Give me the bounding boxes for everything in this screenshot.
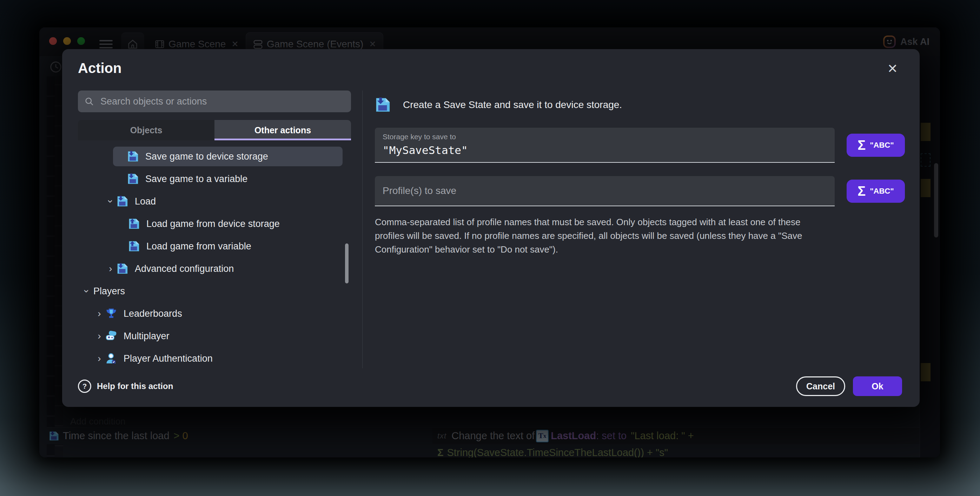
tree-item-load-game-device[interactable]: Load game from device storage bbox=[78, 212, 351, 235]
tree-group-multiplayer[interactable]: › Multiplayer bbox=[78, 325, 351, 347]
storage-key-expression-button[interactable]: Σ "ABC" bbox=[846, 134, 905, 157]
profiles-expression-button[interactable]: Σ "ABC" bbox=[846, 180, 905, 203]
dialog-title: Action bbox=[78, 60, 121, 76]
chevron-down-icon[interactable]: › bbox=[82, 287, 92, 296]
actions-tree: Save game to device storage Save game to… bbox=[78, 145, 351, 370]
profiles-field[interactable]: Profile(s) to save bbox=[375, 176, 835, 206]
tab-objects[interactable]: Objects bbox=[78, 120, 215, 140]
tree-group-advanced-configuration[interactable]: › Advanced configuration bbox=[78, 257, 351, 280]
save-icon bbox=[127, 151, 139, 162]
action-description: Create a Save State and save it to devic… bbox=[403, 99, 622, 111]
trophy-icon bbox=[105, 307, 117, 320]
search-icon bbox=[84, 96, 94, 107]
tree-group-player-authentication[interactable]: › Player Authentication bbox=[78, 347, 351, 370]
help-label: Help for this action bbox=[97, 381, 173, 391]
load-icon bbox=[128, 240, 140, 252]
profiles-placeholder: Profile(s) to save bbox=[383, 185, 827, 196]
action-dialog: Action ✕ Objects Other actions bbox=[62, 49, 920, 407]
save-icon bbox=[116, 195, 129, 207]
storage-key-label: Storage key to save to bbox=[383, 133, 827, 141]
tree-item-save-game-variable[interactable]: Save game to a variable bbox=[78, 168, 351, 190]
storage-key-value[interactable]: "MySaveState" bbox=[383, 144, 827, 157]
sigma-icon: Σ bbox=[858, 138, 865, 153]
profiles-help-text: Comma-separated list of profile names th… bbox=[375, 216, 821, 257]
chevron-right-icon[interactable]: › bbox=[95, 353, 104, 363]
save-icon bbox=[375, 97, 391, 113]
person-icon bbox=[105, 353, 117, 364]
action-picker-panel: Objects Other actions Save game to devic… bbox=[78, 90, 351, 368]
question-mark-icon: ? bbox=[78, 380, 91, 393]
dialog-close-icon[interactable]: ✕ bbox=[887, 62, 898, 75]
cancel-button[interactable]: Cancel bbox=[796, 376, 845, 396]
chevron-right-icon[interactable]: › bbox=[106, 264, 115, 274]
tree-item-load-game-variable[interactable]: Load game from variable bbox=[78, 235, 351, 257]
gamepad-icon bbox=[105, 330, 117, 342]
save-icon bbox=[127, 173, 139, 185]
tree-group-leaderboards[interactable]: › Leaderboards bbox=[78, 303, 351, 325]
chevron-right-icon[interactable]: › bbox=[95, 331, 104, 341]
chevron-right-icon[interactable]: › bbox=[95, 309, 104, 319]
tree-item-save-game-device[interactable]: Save game to device storage bbox=[113, 147, 342, 166]
tree-scrollbar[interactable] bbox=[345, 244, 348, 284]
load-icon bbox=[128, 218, 140, 230]
save-icon bbox=[116, 263, 129, 275]
screen: Game Scene ✕ Game Scene (Events) ✕ Ask A… bbox=[0, 0, 980, 496]
abc-label: "ABC" bbox=[870, 187, 894, 196]
tree-group-players[interactable]: › Players bbox=[78, 280, 351, 303]
search-field[interactable] bbox=[78, 90, 351, 112]
action-config-panel: Create a Save State and save it to devic… bbox=[363, 90, 905, 368]
storage-key-field[interactable]: Storage key to save to "MySaveState" bbox=[375, 128, 835, 163]
picker-tabs: Objects Other actions bbox=[78, 120, 351, 140]
ok-button[interactable]: Ok bbox=[853, 376, 902, 396]
tree-group-load[interactable]: › Load bbox=[78, 190, 351, 212]
abc-label: "ABC" bbox=[870, 141, 894, 150]
app-window: Game Scene ✕ Game Scene (Events) ✕ Ask A… bbox=[39, 27, 940, 457]
help-for-action-link[interactable]: ? Help for this action bbox=[78, 380, 173, 393]
sigma-icon: Σ bbox=[858, 184, 865, 199]
chevron-down-icon[interactable]: › bbox=[106, 197, 116, 206]
search-input[interactable] bbox=[100, 96, 345, 107]
tab-other-actions[interactable]: Other actions bbox=[215, 120, 351, 140]
